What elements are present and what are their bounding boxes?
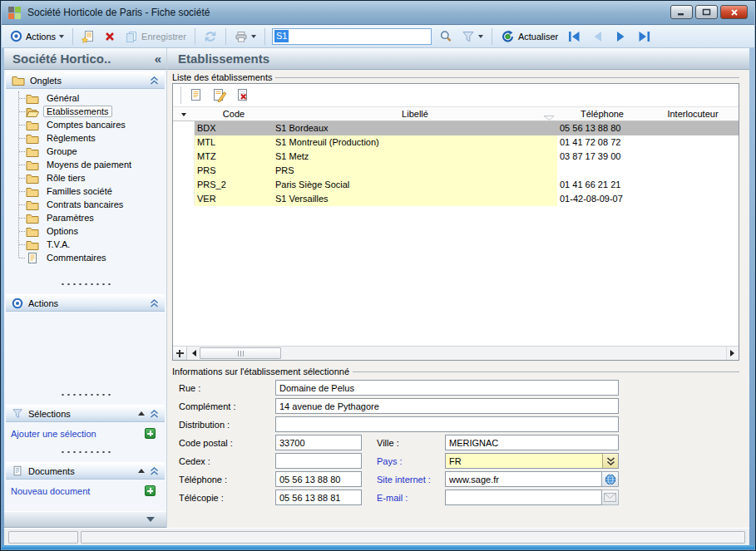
table-row[interactable]: VER S1 Versailles 01-42-08-09-07 xyxy=(173,192,739,206)
row-selector-cell[interactable] xyxy=(173,164,195,178)
cell-libelle[interactable]: S1 Versailles xyxy=(273,192,557,206)
scrollbar-track[interactable] xyxy=(281,347,726,360)
table-row[interactable]: BDX S1 Bordeaux 05 56 13 88 80 xyxy=(173,121,739,135)
collapse-section-icon[interactable] xyxy=(150,76,159,85)
table-row[interactable]: MTZ S1 Metz 03 87 17 39 00 xyxy=(173,150,739,164)
list-new-button[interactable] xyxy=(187,88,204,103)
column-header-libelle[interactable]: Libellé xyxy=(273,109,557,119)
sidebar-tab-item[interactable]: Contrats bancaires xyxy=(4,198,166,211)
sidebar-tab-item[interactable]: Général xyxy=(4,91,166,105)
cell-telephone[interactable]: 03 87 17 39 00 xyxy=(557,150,647,164)
nav-previous-button[interactable] xyxy=(587,29,608,44)
send-email-button[interactable] xyxy=(601,490,619,505)
scroll-up-icon[interactable] xyxy=(138,411,145,416)
scroll-left-button[interactable] xyxy=(187,347,200,360)
save-button[interactable]: Enregistrer xyxy=(121,28,190,45)
cell-code[interactable]: PRS_2 xyxy=(195,178,273,192)
cell-interlocuteur[interactable] xyxy=(647,178,739,192)
list-delete-button[interactable] xyxy=(234,88,250,103)
cell-interlocuteur[interactable] xyxy=(647,135,739,150)
column-header-interlocuteur[interactable]: Interlocuteur xyxy=(647,109,739,119)
section-header-onglets[interactable]: Onglets xyxy=(6,71,165,89)
distribution-input[interactable] xyxy=(275,416,619,432)
pays-dropdown-button[interactable] xyxy=(602,454,618,468)
actualiser-button[interactable]: Actualiser xyxy=(497,28,561,45)
sidebar-tab-item[interactable]: Options xyxy=(4,224,166,238)
sidebar-tab-item[interactable]: T.V.A. xyxy=(4,238,166,251)
sidebar-bottom-bar[interactable] xyxy=(4,511,166,528)
filter-button[interactable] xyxy=(458,29,487,44)
list-edit-button[interactable] xyxy=(210,88,227,103)
ville-input[interactable] xyxy=(445,435,619,450)
cell-interlocuteur[interactable] xyxy=(647,192,739,206)
splitter-handle[interactable] xyxy=(60,393,111,396)
table-row[interactable]: PRS_2 Paris Siège Social 01 41 66 21 21 xyxy=(173,178,739,192)
cell-telephone[interactable]: 01 41 66 21 21 xyxy=(557,178,647,192)
section-header-documents[interactable]: Documents xyxy=(6,462,165,480)
sidebar-tab-item[interactable]: Paramètres xyxy=(4,211,166,224)
sidebar-tab-item[interactable]: Règlements xyxy=(4,131,166,145)
cell-telephone[interactable]: 05 56 13 88 80 xyxy=(557,121,647,135)
cell-interlocuteur[interactable] xyxy=(647,121,739,135)
sidebar-tab-item[interactable]: Comptes bancaires xyxy=(4,118,166,131)
delete-record-button[interactable] xyxy=(101,29,119,44)
cell-code[interactable]: VER xyxy=(195,192,273,206)
section-header-actions[interactable]: Actions xyxy=(6,294,165,312)
cell-libelle[interactable]: S1 Metz xyxy=(273,150,557,164)
cell-interlocuteur[interactable] xyxy=(647,164,739,178)
sidebar-tab-item[interactable]: Rôle tiers xyxy=(4,171,166,184)
print-button[interactable] xyxy=(231,28,259,45)
add-selection-plus-button[interactable] xyxy=(145,428,156,439)
code-postal-input[interactable] xyxy=(275,435,362,450)
site-internet-input[interactable] xyxy=(445,471,602,487)
add-selection-link[interactable]: Ajouter une sélection xyxy=(11,429,96,439)
cell-telephone[interactable]: 01-42-08-09-07 xyxy=(557,192,647,206)
cell-code[interactable]: MTZ xyxy=(195,150,273,164)
row-selector-cell[interactable] xyxy=(173,135,195,150)
row-selector-cell[interactable] xyxy=(173,121,195,135)
title-bar[interactable]: Société Horticole de Paris - Fiche socié… xyxy=(2,1,754,25)
collapse-section-icon[interactable] xyxy=(150,467,159,475)
sidebar-tab-item[interactable]: Moyens de paiement xyxy=(4,158,166,171)
splitter-handle[interactable] xyxy=(60,283,111,286)
nav-first-button[interactable] xyxy=(564,29,585,44)
row-selector-cell[interactable] xyxy=(173,192,195,206)
pays-combobox[interactable]: FR xyxy=(445,453,619,469)
sidebar-tab-item[interactable]: Commentaires xyxy=(4,251,166,264)
row-selector-header[interactable] xyxy=(173,110,195,119)
cell-libelle[interactable]: PRS xyxy=(273,164,557,178)
search-button[interactable] xyxy=(436,28,456,45)
new-document-link[interactable]: Nouveau document xyxy=(11,486,90,496)
cell-telephone[interactable]: 01 41 72 08 72 xyxy=(557,135,647,150)
refresh-button[interactable] xyxy=(200,28,220,45)
cell-libelle[interactable]: S1 Bordeaux xyxy=(273,121,557,135)
email-input[interactable] xyxy=(445,490,602,505)
collapse-sidebar-icon[interactable]: « xyxy=(155,55,161,63)
nav-last-button[interactable] xyxy=(634,29,655,44)
column-header-telephone[interactable]: Téléphone xyxy=(557,109,647,119)
maximize-button[interactable] xyxy=(695,5,718,19)
minimize-button[interactable] xyxy=(670,5,693,19)
sidebar-tab-item[interactable]: Familles société xyxy=(4,184,166,198)
row-selector-cell[interactable] xyxy=(173,178,195,192)
cell-libelle[interactable]: Paris Siège Social xyxy=(273,178,557,192)
open-website-button[interactable] xyxy=(601,471,619,487)
cell-code[interactable]: BDX xyxy=(195,121,273,135)
sidebar-tab-item[interactable]: Etablissements xyxy=(4,105,166,118)
scrollbar-thumb[interactable] xyxy=(200,347,281,359)
cell-telephone[interactable] xyxy=(557,164,647,178)
table-row[interactable]: PRS PRS xyxy=(173,164,739,178)
telephone-input[interactable] xyxy=(275,471,362,487)
collapse-section-icon[interactable] xyxy=(150,299,159,307)
nav-next-button[interactable] xyxy=(610,29,631,44)
row-selector-cell[interactable] xyxy=(173,150,195,164)
section-header-selections[interactable]: Sélections xyxy=(6,405,165,422)
splitter-handle[interactable] xyxy=(60,450,111,454)
column-header-code[interactable]: Code xyxy=(195,109,273,119)
cell-code[interactable]: PRS xyxy=(195,164,273,178)
new-document-plus-button[interactable] xyxy=(145,485,156,496)
telecopie-input[interactable] xyxy=(275,490,362,505)
new-record-button[interactable] xyxy=(78,28,98,45)
collapse-section-icon[interactable] xyxy=(150,410,159,418)
rue-input[interactable] xyxy=(275,380,619,396)
